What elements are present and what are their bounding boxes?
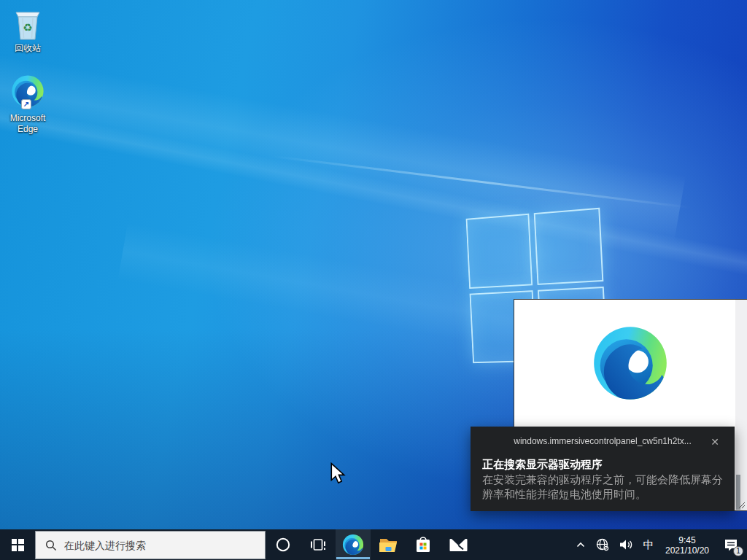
action-center-button[interactable]: 1 xyxy=(715,529,747,560)
notification-count-badge: 1 xyxy=(733,546,743,556)
active-app-indicator xyxy=(336,557,370,559)
taskbar-store-button[interactable] xyxy=(406,529,441,560)
clock-time: 9:45 xyxy=(665,535,709,545)
notification-toast[interactable]: windows.immersivecontrolpanel_cw5n1h2tx.… xyxy=(471,427,735,511)
taskbar-file-explorer-button[interactable] xyxy=(371,529,406,560)
taskbar-edge-button[interactable] xyxy=(336,529,371,560)
chevron-up-icon xyxy=(575,539,587,551)
logo-pane xyxy=(466,214,533,289)
tray-network-button[interactable] xyxy=(591,529,614,560)
taskbar: 中 9:45 2021/10/20 1 xyxy=(0,529,747,560)
toast-app-name: windows.immersivecontrolpanel_cw5n1h2tx.… xyxy=(514,436,691,446)
toast-header: windows.immersivecontrolpanel_cw5n1h2tx.… xyxy=(471,427,735,456)
logo-pane xyxy=(533,208,603,285)
globe-no-internet-icon xyxy=(595,537,610,552)
icon-label: Microsoft Edge xyxy=(0,113,55,135)
toast-title: 正在搜索显示器驱动程序 xyxy=(482,457,723,472)
tray-volume-button[interactable] xyxy=(614,529,638,560)
window-scrollbar[interactable] xyxy=(735,300,747,510)
edge-logo-icon xyxy=(342,534,364,556)
toast-body-text: 在安装完兼容的驱动程序之前，可能会降低屏幕分辨率和性能并缩短电池使用时间。 xyxy=(482,472,723,502)
desktop-icon-microsoft-edge[interactable]: ↗ Microsoft Edge xyxy=(0,74,55,135)
icon-label: 回收站 xyxy=(0,43,55,54)
taskbar-spacer xyxy=(476,529,570,560)
toast-close-button[interactable]: ✕ xyxy=(708,435,721,448)
cortana-button[interactable] xyxy=(266,529,301,560)
light-beam xyxy=(271,155,692,209)
light-beam xyxy=(0,96,747,276)
desktop-icon-recycle-bin[interactable]: ♻ 回收站 xyxy=(0,7,55,54)
windows-start-icon xyxy=(12,539,24,551)
cortana-icon xyxy=(275,537,291,553)
clock-date: 2021/10/20 xyxy=(665,545,709,556)
resize-grip[interactable] xyxy=(739,502,745,508)
desktop-screen: ♻ 回收站 ↗ Microsoft Edge windows.immersive… xyxy=(0,0,747,560)
svg-text:♻: ♻ xyxy=(23,21,32,34)
shortcut-arrow-icon: ↗ xyxy=(21,99,31,109)
search-input[interactable] xyxy=(64,540,258,551)
edge-logo-icon xyxy=(592,324,669,402)
search-icon xyxy=(45,540,57,551)
tray-clock[interactable]: 9:45 2021/10/20 xyxy=(659,529,715,560)
task-view-icon xyxy=(310,537,326,553)
tray-show-hidden-icons-button[interactable] xyxy=(570,529,591,560)
taskbar-search-box[interactable] xyxy=(35,531,266,559)
start-button[interactable] xyxy=(0,529,35,560)
speaker-icon xyxy=(619,538,633,551)
file-explorer-icon xyxy=(379,537,398,553)
microsoft-store-icon xyxy=(414,534,433,555)
mail-icon xyxy=(449,537,468,553)
task-view-button[interactable] xyxy=(301,529,336,560)
tray-ime-indicator[interactable]: 中 xyxy=(638,529,659,560)
taskbar-mail-button[interactable] xyxy=(441,529,476,560)
recycle-bin-icon: ♻ xyxy=(13,7,42,41)
